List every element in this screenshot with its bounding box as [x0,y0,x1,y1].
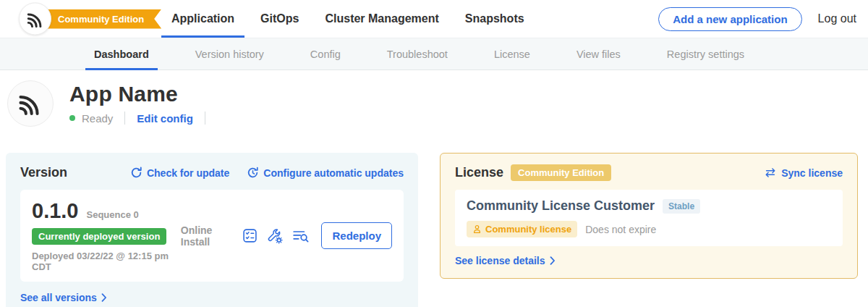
app-status-row: Ready Edit config [69,112,210,125]
version-actions: Online Install [181,222,392,249]
sub-nav-version-history[interactable]: Version history [195,38,264,70]
page-title: App Name [69,82,210,106]
sub-nav-registry-settings[interactable]: Registry settings [667,38,744,70]
chevron-right-icon [101,293,107,302]
see-license-details-link[interactable]: See license details [455,255,843,266]
app-header: App Name Ready Edit config [7,80,868,127]
sub-nav-license[interactable]: License [494,38,530,70]
configure-automatic-updates-label: Configure automatic updates [263,167,404,179]
replicated-mark-icon [17,91,43,117]
deployed-timestamp: Deployed 03/22/22 @ 12:15 pm CDT [32,251,181,272]
sub-nav: Dashboard Version history Config Trouble… [0,38,868,70]
install-type-label: Online Install [181,224,231,248]
divider [205,112,205,125]
check-for-update-label: Check for update [147,167,229,179]
sub-nav-dashboard[interactable]: Dashboard [94,38,149,70]
license-card-title: License [455,165,503,180]
current-version-panel: 0.1.0 Sequence 0 Currently deployed vers… [20,190,404,282]
see-license-details-label: See license details [455,255,545,266]
version-number: 0.1.0 [32,199,79,223]
top-nav-items: Application GitOps Cluster Management Sn… [171,0,524,38]
sub-nav-config[interactable]: Config [310,38,341,70]
sequence-label: Sequence 0 [87,209,139,220]
license-card: License Community Edition Sync license C… [440,153,858,279]
see-all-versions-link[interactable]: See all versions [20,292,404,303]
logout-link[interactable]: Log out [818,12,856,25]
expiry-text: Does not expire [585,224,656,235]
sync-license-link[interactable]: Sync license [764,167,843,179]
refresh-icon [130,167,142,179]
chevron-right-icon [550,256,556,265]
brand-logo-block: Community Edition [19,0,161,38]
dashboard-cards: Version Check for update [0,153,868,307]
top-nav-gitops[interactable]: GitOps [260,0,299,38]
divider [124,112,125,125]
currently-deployed-badge: Currently deployed version [32,228,166,245]
license-type-badge: Community license [467,221,577,237]
top-nav-right: Add a new application Log out [658,0,856,38]
replicated-logo [19,3,51,35]
app-avatar [7,80,54,127]
auto-update-clock-icon [247,167,259,179]
config-wrench-gear-icon[interactable] [267,228,283,244]
version-card-title: Version [20,165,67,180]
top-nav: Community Edition Application GitOps Clu… [0,0,868,38]
edit-config-link[interactable]: Edit config [137,112,193,125]
release-notes-checklist-icon[interactable] [242,228,258,243]
license-type-label: Community license [485,224,571,235]
sync-arrows-icon [764,167,777,178]
version-info: 0.1.0 Sequence 0 Currently deployed vers… [32,199,181,272]
top-nav-snapshots[interactable]: Snapshots [465,0,524,38]
replicated-mark-icon [26,9,45,28]
version-card: Version Check for update [6,153,418,307]
community-edition-badge: Community Edition [511,164,611,181]
top-nav-application[interactable]: Application [171,0,234,38]
configure-automatic-updates-link[interactable]: Configure automatic updates [247,167,404,179]
top-nav-cluster-management[interactable]: Cluster Management [325,0,438,38]
add-new-application-button[interactable]: Add a new application [658,7,801,31]
sub-nav-view-files[interactable]: View files [576,38,621,70]
redeploy-button[interactable]: Redeploy [321,222,392,249]
license-details-panel: Community License Customer Stable Commun… [455,190,843,246]
see-all-versions-label: See all versions [20,292,97,303]
status-ready-dot [69,115,75,121]
status-text: Ready [82,112,113,125]
sync-license-label: Sync license [781,167,843,179]
sub-nav-troubleshoot[interactable]: Troubleshoot [387,38,448,70]
view-diff-magnifier-icon[interactable] [292,229,310,243]
person-icon [472,224,482,234]
channel-badge: Stable [663,199,700,214]
customer-name: Community License Customer [467,198,655,214]
check-for-update-link[interactable]: Check for update [130,167,229,179]
community-edition-ribbon: Community Edition [35,9,161,29]
